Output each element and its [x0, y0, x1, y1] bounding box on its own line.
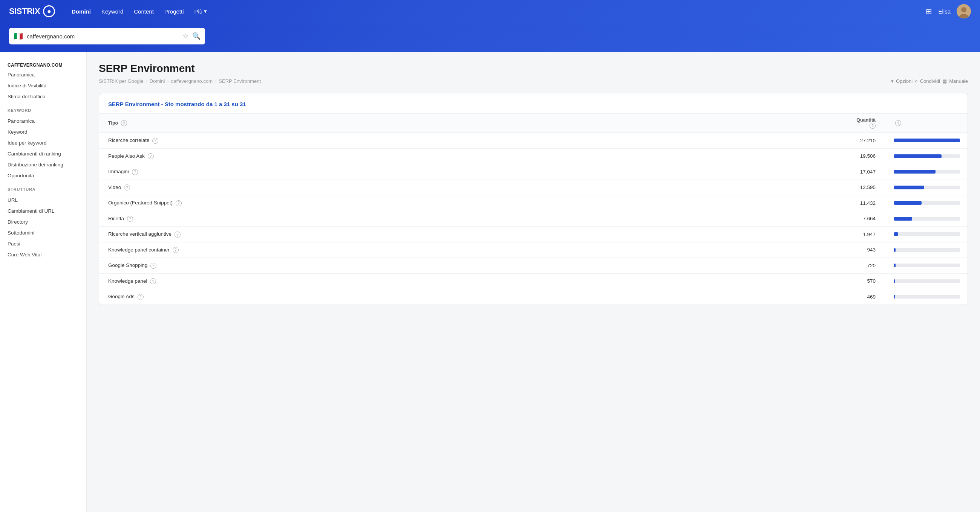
sidebar-item-sottodomini[interactable]: Sottodomini — [0, 227, 86, 238]
cell-tipo: Google Ads ? — [99, 289, 839, 304]
header-left: SISTRIX ● Domini Keyword Content Progett… — [9, 5, 212, 18]
bar-fill — [894, 201, 921, 205]
breadcrumb-sistrix[interactable]: SISTRIX per Google — [99, 78, 143, 84]
cell-bar — [885, 148, 967, 164]
row-help-icon[interactable]: ? — [150, 278, 156, 284]
condividi-button[interactable]: < Condividi — [915, 78, 940, 84]
serp-table: Tipo ? Quantità ? ? Ricerc — [99, 114, 967, 304]
nav-item-piu[interactable]: Più ▾ — [190, 5, 212, 18]
sidebar-item-traffico[interactable]: Stima del traffico — [0, 91, 86, 102]
sidebar-item-panoramica[interactable]: Panoramica — [0, 69, 86, 80]
search-input[interactable] — [27, 33, 179, 40]
bar-background — [894, 279, 960, 283]
cell-tipo: Immagini ? — [99, 164, 839, 180]
bar-background — [894, 154, 960, 158]
table-row: People Also Ask ? 19.506 — [99, 148, 967, 164]
logo-text: SISTRIX — [9, 6, 40, 16]
share-icon: < — [915, 78, 918, 84]
cell-tipo: People Also Ask ? — [99, 148, 839, 164]
bar-fill — [894, 138, 960, 142]
cell-tipo: Knowledge panel ? — [99, 273, 839, 289]
row-help-icon[interactable]: ? — [124, 184, 130, 190]
row-help-icon[interactable]: ? — [175, 231, 181, 238]
cell-quantita: 1.947 — [839, 227, 885, 243]
sidebar-item-cambiamenti-url[interactable]: Cambiamenti di URL — [0, 206, 86, 217]
col-tipo: Tipo ? — [99, 114, 839, 133]
sidebar-item-keyword-panoramica[interactable]: Panoramica — [0, 116, 86, 127]
nav-item-keyword[interactable]: Keyword — [97, 5, 128, 18]
bar-background — [894, 217, 960, 220]
sidebar-item-idee-keyword[interactable]: Idee per keyword — [0, 138, 86, 148]
nav-item-domini[interactable]: Domini — [67, 5, 95, 18]
cell-quantita: 469 — [839, 289, 885, 304]
table-title: SERP Environment - Sto mostrando da 1 a … — [99, 94, 967, 114]
favorite-icon[interactable]: ☆ — [183, 32, 188, 40]
row-help-icon[interactable]: ? — [152, 138, 158, 144]
cell-tipo: Organico (Featured Snippet) ? — [99, 195, 839, 211]
bar-background — [894, 263, 960, 267]
sidebar-item-url[interactable]: URL — [0, 195, 86, 206]
bar-background — [894, 295, 960, 298]
cell-tipo: Ricerche correlate ? — [99, 133, 839, 149]
breadcrumb-domini[interactable]: Domini — [150, 78, 165, 84]
sidebar-item-visibilita[interactable]: Indice di Visibilità — [0, 80, 86, 91]
breadcrumb-domain[interactable]: caffevergnano.com — [171, 78, 213, 84]
breadcrumb-sep-1: › — [146, 78, 147, 84]
quantita-help-icon[interactable]: ? — [870, 123, 876, 129]
logo[interactable]: SISTRIX ● — [9, 5, 55, 17]
cell-tipo: Ricerche verticali aggiuntive ? — [99, 227, 839, 243]
table-row: Knowledge panel ? 570 — [99, 273, 967, 289]
table-row: Ricerche verticali aggiuntive ? 1.947 — [99, 227, 967, 243]
cell-bar — [885, 242, 967, 258]
row-help-icon[interactable]: ? — [138, 294, 143, 300]
avatar[interactable] — [957, 4, 971, 19]
sidebar-item-opportunita[interactable]: Opportunità — [0, 170, 86, 181]
cell-tipo: Google Shopping ? — [99, 258, 839, 274]
bar-background — [894, 201, 960, 205]
breadcrumb-sep-3: › — [215, 78, 216, 84]
bar-fill — [894, 185, 924, 189]
row-help-icon[interactable]: ? — [148, 153, 154, 159]
row-help-icon[interactable]: ? — [173, 247, 179, 253]
cell-bar — [885, 133, 967, 149]
table-row: Google Shopping ? 720 — [99, 258, 967, 274]
sidebar-item-keyword[interactable]: Keyword — [0, 127, 86, 138]
table-row: Immagini ? 17.047 — [99, 164, 967, 180]
cell-bar — [885, 179, 967, 195]
main-nav: Domini Keyword Content Progetti Più ▾ — [67, 5, 212, 18]
sidebar-item-cambiamenti-ranking[interactable]: Cambiamenti di ranking — [0, 148, 86, 159]
page-title: SERP Environment — [99, 62, 968, 75]
row-help-icon[interactable]: ? — [127, 216, 133, 222]
bar-background — [894, 138, 960, 142]
bar-help-icon[interactable]: ? — [895, 120, 901, 126]
cell-bar — [885, 211, 967, 227]
cell-bar — [885, 289, 967, 304]
sidebar-section-struttura: STRUTTURA — [0, 181, 86, 195]
search-box: 🇮🇹 ☆ 🔍 — [9, 28, 205, 44]
bar-fill — [894, 217, 912, 220]
bar-background — [894, 185, 960, 189]
tipo-help-icon[interactable]: ? — [121, 120, 127, 126]
search-icon[interactable]: 🔍 — [192, 32, 200, 40]
grid-icon[interactable]: ⊞ — [926, 7, 932, 16]
cell-tipo: Ricetta ? — [99, 211, 839, 227]
table-row: Organico (Featured Snippet) ? 11.432 — [99, 195, 967, 211]
opzioni-button[interactable]: ▾ Opzioni — [891, 78, 913, 84]
manuale-button[interactable]: ▦ Manuale — [942, 78, 968, 84]
sidebar-section-keyword: KEYWORD — [0, 102, 86, 116]
table-row: Ricerche correlate ? 27.210 — [99, 133, 967, 149]
cell-quantita: 943 — [839, 242, 885, 258]
sidebar-item-core-web-vital[interactable]: Core Web Vital — [0, 249, 86, 260]
nav-item-content[interactable]: Content — [129, 5, 158, 18]
sidebar-item-paesi[interactable]: Paesi — [0, 238, 86, 249]
chevron-down-icon: ▾ — [891, 78, 894, 84]
nav-item-progetti[interactable]: Progetti — [160, 5, 188, 18]
sidebar-item-directory[interactable]: Directory — [0, 217, 86, 227]
row-help-icon[interactable]: ? — [150, 263, 156, 269]
breadcrumb-current: SERP Environment — [219, 78, 261, 84]
row-help-icon[interactable]: ? — [132, 169, 138, 175]
sidebar-item-distribuzione[interactable]: Distribuzione dei ranking — [0, 159, 86, 170]
row-help-icon[interactable]: ? — [176, 200, 182, 206]
bar-fill — [894, 295, 895, 298]
cell-quantita: 570 — [839, 273, 885, 289]
